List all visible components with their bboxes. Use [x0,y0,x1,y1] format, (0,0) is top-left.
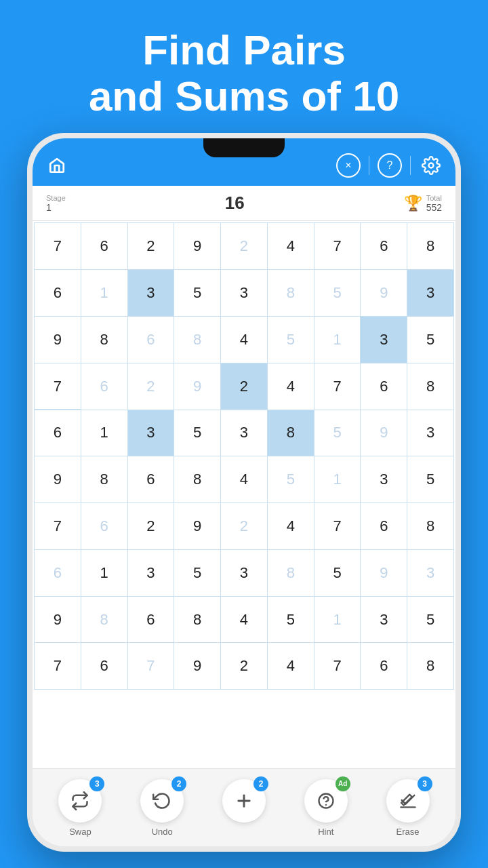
cell-r0-c7[interactable]: 6 [361,223,407,269]
cell-r0-c1[interactable]: 6 [81,223,127,269]
cell-r2-c6[interactable]: 1 [314,317,361,363]
hint-badge: Ad [336,776,350,791]
cell-r5-c8[interactable]: 5 [407,456,453,502]
settings-button[interactable] [419,153,443,178]
cell-r9-c4[interactable]: 2 [221,643,267,689]
cell-r7-c3[interactable]: 5 [174,550,220,596]
cell-r4-c2[interactable]: 3 [128,410,174,456]
cell-r3-c0[interactable]: 7 [35,363,81,410]
cell-r7-c8[interactable]: 3 [407,550,453,596]
cell-r1-c0[interactable]: 6 [35,270,81,316]
cell-r4-c7[interactable]: 9 [361,410,407,456]
cell-r9-c3[interactable]: 9 [174,643,220,689]
cell-r6-c0[interactable]: 7 [35,503,81,549]
cell-r4-c8[interactable]: 3 [407,410,453,456]
cell-r8-c1[interactable]: 8 [81,597,127,643]
home-button[interactable] [45,153,69,178]
hint-button[interactable]: Ad Hint [304,779,348,837]
cell-r3-c6[interactable]: 7 [314,363,361,410]
cell-r0-c8[interactable]: 8 [407,223,453,269]
swap-button[interactable]: 3 Swap [58,779,102,837]
cell-r0-c3[interactable]: 9 [174,223,220,269]
cell-r1-c3[interactable]: 5 [174,270,220,316]
cell-r4-c3[interactable]: 5 [174,410,220,456]
help-button[interactable]: ? [378,153,402,178]
cell-r4-c1[interactable]: 1 [81,410,127,456]
cell-r9-c8[interactable]: 8 [407,643,453,689]
cell-r4-c5[interactable]: 8 [268,410,314,456]
cell-r5-c2[interactable]: 6 [128,456,174,502]
cell-r5-c1[interactable]: 8 [81,456,127,502]
cell-r4-c0[interactable]: 6 [35,410,81,456]
cell-r1-c6[interactable]: 5 [314,270,361,316]
cell-r9-c1[interactable]: 6 [81,643,127,689]
cell-r7-c1[interactable]: 1 [81,550,127,596]
cell-r2-c4[interactable]: 4 [221,317,267,363]
close-button[interactable]: × [336,153,361,178]
cell-r5-c4[interactable]: 4 [221,456,267,502]
cell-r6-c6[interactable]: 7 [314,503,361,549]
cell-r3-c2[interactable]: 2 [128,363,174,410]
cell-r7-c6[interactable]: 5 [314,550,361,596]
cell-r5-c6[interactable]: 1 [314,456,361,502]
cell-r8-c5[interactable]: 5 [268,597,314,643]
cell-r0-c5[interactable]: 4 [268,223,314,269]
cell-r0-c6[interactable]: 7 [314,223,361,269]
cell-r3-c1[interactable]: 6 [81,363,127,410]
cell-r3-c5[interactable]: 4 [268,363,314,410]
undo-button[interactable]: 2 Undo [140,779,184,837]
cell-r8-c7[interactable]: 3 [361,597,407,643]
cell-r7-c0[interactable]: 6 [35,550,81,596]
cell-r5-c5[interactable]: 5 [268,456,314,502]
cell-r7-c4[interactable]: 3 [221,550,267,596]
cell-r2-c3[interactable]: 8 [174,317,220,363]
cell-r3-c8[interactable]: 8 [407,363,453,410]
cell-r6-c7[interactable]: 6 [361,503,407,549]
cell-r6-c1[interactable]: 6 [81,503,127,549]
cell-r3-c3[interactable]: 9 [174,363,220,410]
cell-r9-c6[interactable]: 7 [314,643,361,689]
cell-r2-c1[interactable]: 8 [81,317,127,363]
cell-r1-c7[interactable]: 9 [361,270,407,316]
cell-r1-c4[interactable]: 3 [221,270,267,316]
cell-r6-c5[interactable]: 4 [268,503,314,549]
cell-r2-c0[interactable]: 9 [35,317,81,363]
cell-r1-c5[interactable]: 8 [268,270,314,316]
cell-r9-c2[interactable]: 7 [128,643,174,689]
cell-r6-c8[interactable]: 8 [407,503,453,549]
cell-r6-c4[interactable]: 2 [221,503,267,549]
cell-r8-c3[interactable]: 8 [174,597,220,643]
cell-r0-c2[interactable]: 2 [128,223,174,269]
cell-r5-c7[interactable]: 3 [361,456,407,502]
erase-button[interactable]: 3 Erase [386,779,430,837]
cell-r7-c2[interactable]: 3 [128,550,174,596]
cell-r0-c0[interactable]: 7 [35,223,81,269]
cell-r8-c0[interactable]: 9 [35,597,81,643]
add-button[interactable]: 2 [222,779,266,837]
cell-r9-c0[interactable]: 7 [35,643,81,689]
cell-r7-c7[interactable]: 9 [361,550,407,596]
cell-r1-c8[interactable]: 3 [407,270,453,316]
cell-r3-c7[interactable]: 6 [361,363,407,410]
cell-r7-c5[interactable]: 8 [268,550,314,596]
cell-r6-c2[interactable]: 2 [128,503,174,549]
cell-r4-c4[interactable]: 3 [221,410,267,456]
cell-r8-c2[interactable]: 6 [128,597,174,643]
cell-r3-c4[interactable]: 2 [221,363,267,410]
cell-r1-c1[interactable]: 1 [81,270,127,316]
cell-r5-c3[interactable]: 8 [174,456,220,502]
cell-r0-c4[interactable]: 2 [221,223,267,269]
cell-r9-c7[interactable]: 6 [361,643,407,689]
cell-r9-c5[interactable]: 4 [268,643,314,689]
cell-r6-c3[interactable]: 9 [174,503,220,549]
cell-r8-c8[interactable]: 5 [407,597,453,643]
cell-r2-c7[interactable]: 3 [361,317,407,363]
cell-r8-c6[interactable]: 1 [314,597,361,643]
cell-r4-c6[interactable]: 5 [314,410,361,456]
cell-r8-c4[interactable]: 4 [221,597,267,643]
cell-r2-c5[interactable]: 5 [268,317,314,363]
cell-r2-c8[interactable]: 5 [407,317,453,363]
cell-r2-c2[interactable]: 6 [128,317,174,363]
cell-r5-c0[interactable]: 9 [35,456,81,502]
cell-r1-c2[interactable]: 3 [128,270,174,316]
